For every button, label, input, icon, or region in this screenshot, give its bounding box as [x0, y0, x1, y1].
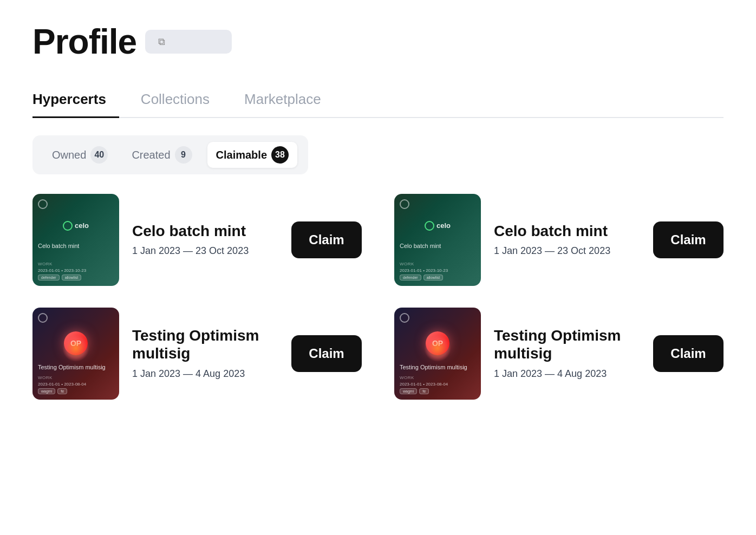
nft-bottom-info: WORK 2023-01-01 • 2023-10-23 defender al… [38, 262, 114, 280]
filter-owned-label: Owned [52, 149, 86, 161]
celo-label: celo [436, 221, 451, 230]
card-title: Celo batch mint [132, 222, 278, 240]
nft-tag-0: defender [400, 275, 421, 280]
nft-tag-1: allowlist [423, 275, 444, 280]
filter-created-count: 9 [175, 146, 192, 164]
card-optimism-2: OP Testing Optimism multisig WORK 2023-0… [394, 308, 724, 400]
card-info-op-2: Testing Optimism multisig 1 Jan 2023 — 4… [494, 327, 640, 381]
nft-card-name: Testing Optimism multisig [38, 364, 114, 371]
nft-date-range: 2023-01-01 • 2023-08-04 [38, 382, 114, 387]
tabs-nav: Hypercerts Collections Marketplace [32, 83, 724, 118]
nft-tags: wagmi fe [400, 388, 475, 394]
nft-circle-indicator [38, 199, 48, 209]
card-date: 1 Jan 2023 — 23 Oct 2023 [132, 244, 278, 258]
nft-thumbnail-celo-1: celo Celo batch mint WORK 2023-01-01 • 2… [32, 194, 119, 286]
claim-button-op-2[interactable]: Claim [653, 335, 724, 372]
card-date: 1 Jan 2023 — 4 Aug 2023 [132, 367, 278, 381]
card-date: 1 Jan 2023 — 4 Aug 2023 [494, 367, 640, 381]
nft-thumbnail-op-2: OP Testing Optimism multisig WORK 2023-0… [394, 308, 481, 400]
work-label: WORK [400, 262, 475, 266]
card-celo-2: celo Celo batch mint WORK 2023-01-01 • 2… [394, 194, 724, 286]
nft-bottom-info: WORK 2023-01-01 • 2023-08-04 wagmi fe [400, 375, 475, 394]
nft-tag-1: allowlist [62, 275, 82, 280]
nft-bottom-info: WORK 2023-01-01 • 2023-10-23 defender al… [400, 262, 475, 280]
page-title: Profile [32, 22, 136, 62]
filter-created-label: Created [132, 149, 170, 161]
nft-thumbnail-op-1: OP Testing Optimism multisig WORK 2023-0… [32, 308, 119, 400]
claim-button-op-1[interactable]: Claim [291, 335, 362, 372]
tab-hypercerts[interactable]: Hypercerts [32, 84, 119, 118]
work-label: WORK [400, 375, 475, 380]
filter-owned-count: 40 [90, 146, 108, 164]
card-info-celo-1: Celo batch mint 1 Jan 2023 — 23 Oct 2023 [132, 222, 278, 258]
filter-owned[interactable]: Owned 40 [43, 142, 116, 168]
card-info-op-1: Testing Optimism multisig 1 Jan 2023 — 4… [132, 327, 278, 381]
nft-date-range: 2023-01-01 • 2023-08-04 [400, 382, 475, 387]
nft-tag-0: wagmi [38, 388, 55, 394]
nft-tags: defender allowlist [38, 275, 114, 280]
card-title: Testing Optimism multisig [132, 327, 278, 363]
card-info-celo-2: Celo batch mint 1 Jan 2023 — 23 Oct 2023 [494, 222, 640, 258]
nft-tag-0: wagmi [400, 388, 417, 394]
nft-card-name: Celo batch mint [400, 243, 475, 250]
nft-date-range: 2023-01-01 • 2023-10-23 [400, 268, 475, 273]
nft-glow [62, 335, 89, 362]
card-title: Celo batch mint [494, 222, 640, 240]
filter-claimable[interactable]: Claimable 38 [207, 142, 297, 168]
nft-tag-1: fe [419, 388, 429, 394]
card-date: 1 Jan 2023 — 23 Oct 2023 [494, 244, 640, 258]
filter-bar: Owned 40 Created 9 Claimable 38 [32, 135, 308, 174]
card-title: Testing Optimism multisig [494, 327, 640, 363]
celo-label: celo [75, 221, 89, 230]
work-label: WORK [38, 375, 114, 380]
nft-circle-indicator [400, 313, 409, 323]
nft-circle-indicator [400, 199, 409, 209]
tab-collections[interactable]: Collections [141, 84, 223, 118]
copy-icon[interactable]: ⧉ [158, 36, 165, 48]
nft-date-range: 2023-01-01 • 2023-10-23 [38, 268, 114, 273]
nft-tag-1: fe [57, 388, 67, 394]
work-label: WORK [38, 262, 114, 266]
tab-marketplace[interactable]: Marketplace [244, 84, 334, 118]
card-celo-1: celo Celo batch mint WORK 2023-01-01 • 2… [32, 194, 362, 286]
nft-circle-indicator [38, 313, 48, 323]
filter-claimable-label: Claimable [216, 149, 267, 161]
nft-glow [424, 335, 451, 362]
address-box: ⧉ [145, 30, 232, 54]
nft-card-name: Celo batch mint [38, 243, 114, 250]
card-optimism-1: OP Testing Optimism multisig WORK 2023-0… [32, 308, 362, 400]
nft-tags: wagmi fe [38, 388, 114, 394]
page-header: Profile ⧉ [32, 22, 724, 62]
nft-thumbnail-celo-2: celo Celo batch mint WORK 2023-01-01 • 2… [394, 194, 481, 286]
nft-card-name: Testing Optimism multisig [400, 364, 475, 371]
nft-tags: defender allowlist [400, 275, 475, 280]
nft-bottom-info: WORK 2023-01-01 • 2023-08-04 wagmi fe [38, 375, 114, 394]
cards-grid: celo Celo batch mint WORK 2023-01-01 • 2… [32, 194, 724, 400]
celo-logo: celo [38, 221, 114, 231]
nft-tag-0: defender [38, 275, 60, 280]
filter-created[interactable]: Created 9 [123, 142, 200, 168]
celo-logo: celo [400, 221, 475, 231]
claim-button-celo-2[interactable]: Claim [653, 221, 724, 258]
claim-button-celo-1[interactable]: Claim [291, 221, 362, 258]
filter-claimable-count: 38 [271, 146, 289, 164]
